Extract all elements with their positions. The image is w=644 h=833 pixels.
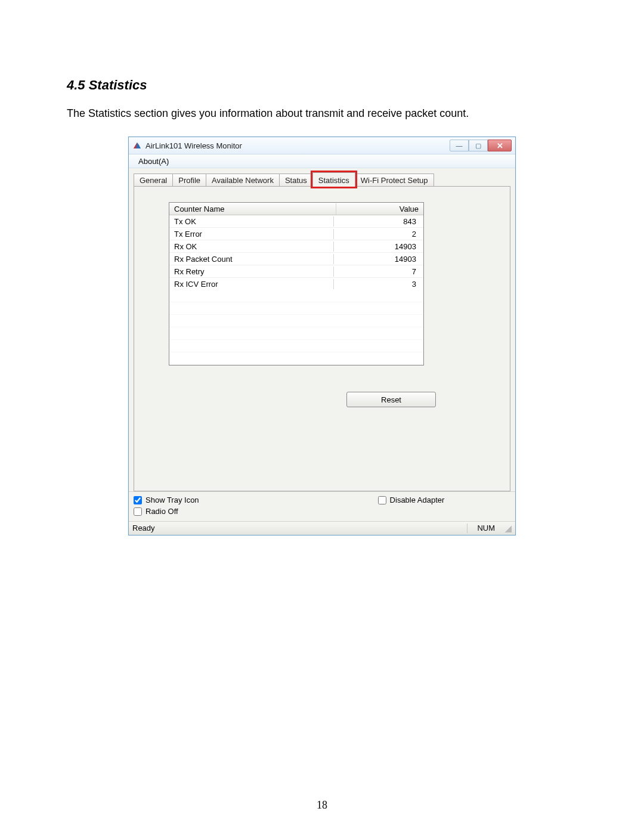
tab-body: Counter Name Value Tx OK 843 Tx Error 2 [134, 186, 510, 491]
cell-counter-name: Tx Error [169, 229, 334, 239]
window-title: AirLink101 Wireless Monitor [145, 141, 450, 150]
table-row: Rx Packet Count 14903 [169, 253, 423, 265]
cell-counter-name: Tx OK [169, 216, 334, 227]
statusbar: Ready NUM [129, 521, 515, 535]
tab-wifi-protect-setup[interactable]: Wi-Fi Protect Setup [355, 174, 434, 187]
checkbox-show-tray-icon[interactable]: Show Tray Icon [134, 496, 199, 504]
cell-counter-name: Rx Packet Count [169, 254, 334, 264]
checkbox-input[interactable] [134, 507, 142, 516]
checkbox-radio-off[interactable]: Radio Off [134, 507, 178, 516]
tab-profile[interactable]: Profile [172, 174, 206, 187]
table-empty-area [169, 290, 423, 365]
col-header-counter-name: Counter Name [169, 203, 336, 215]
minimize-button[interactable]: — [450, 140, 469, 151]
section-body-text: The Statistics section gives you informa… [67, 107, 577, 120]
cell-value: 7 [334, 267, 423, 277]
tab-available-network[interactable]: Available Network [206, 174, 280, 187]
menu-about[interactable]: About(A) [134, 156, 174, 167]
table-row: Tx Error 2 [169, 228, 423, 240]
cell-value: 843 [334, 216, 423, 227]
table-row: Rx Retry 7 [169, 265, 423, 278]
tab-general[interactable]: General [134, 174, 173, 187]
cell-value: 14903 [334, 241, 423, 252]
reset-button[interactable]: Reset [346, 392, 436, 407]
checkbox-input[interactable] [134, 496, 142, 504]
cell-value: 14903 [334, 254, 423, 264]
section-heading: 4.5 Statistics [67, 78, 577, 93]
table-row: Rx ICV Error 3 [169, 278, 423, 290]
page-number: 18 [0, 799, 644, 812]
table-row: Tx OK 843 [169, 215, 423, 228]
checkbox-label: Show Tray Icon [145, 496, 199, 504]
maximize-icon: ▢ [475, 142, 481, 150]
tab-statistics[interactable]: Statistics [312, 172, 355, 187]
titlebar: AirLink101 Wireless Monitor — ▢ ✕ [129, 137, 515, 154]
statistics-table: Counter Name Value Tx OK 843 Tx Error 2 [169, 202, 424, 366]
cell-counter-name: Rx OK [169, 241, 334, 252]
tabstrip: General Profile Available Network Status… [134, 172, 510, 187]
client-area: General Profile Available Network Status… [129, 168, 515, 491]
checkbox-label: Radio Off [145, 507, 178, 516]
table-body: Tx OK 843 Tx Error 2 Rx OK 14903 Rx Pa [169, 215, 423, 290]
col-header-value: Value [336, 203, 423, 215]
status-ready: Ready [132, 524, 463, 532]
close-button[interactable]: ✕ [488, 140, 512, 151]
bottom-panel: Show Tray Icon Disable Adapter Radio Off [129, 491, 515, 521]
app-window: AirLink101 Wireless Monitor — ▢ ✕ About(… [128, 137, 516, 535]
cell-counter-name: Rx Retry [169, 267, 334, 277]
close-icon: ✕ [497, 141, 503, 150]
window-controls: — ▢ ✕ [450, 140, 512, 151]
table-row: Rx OK 14903 [169, 240, 423, 253]
cell-value: 3 [334, 279, 423, 289]
menubar: About(A) [129, 154, 515, 168]
status-num: NUM [471, 524, 501, 532]
tab-status[interactable]: Status [279, 174, 313, 187]
cell-value: 2 [334, 229, 423, 239]
status-separator [467, 524, 467, 533]
maximize-button[interactable]: ▢ [469, 140, 488, 151]
checkbox-input[interactable] [378, 496, 386, 504]
checkbox-label: Disable Adapter [390, 496, 445, 504]
resize-grip-icon[interactable] [503, 524, 512, 532]
app-icon [132, 141, 142, 150]
table-header-row: Counter Name Value [169, 203, 423, 215]
checkbox-disable-adapter[interactable]: Disable Adapter [378, 496, 445, 504]
cell-counter-name: Rx ICV Error [169, 279, 334, 289]
minimize-icon: — [456, 142, 463, 149]
